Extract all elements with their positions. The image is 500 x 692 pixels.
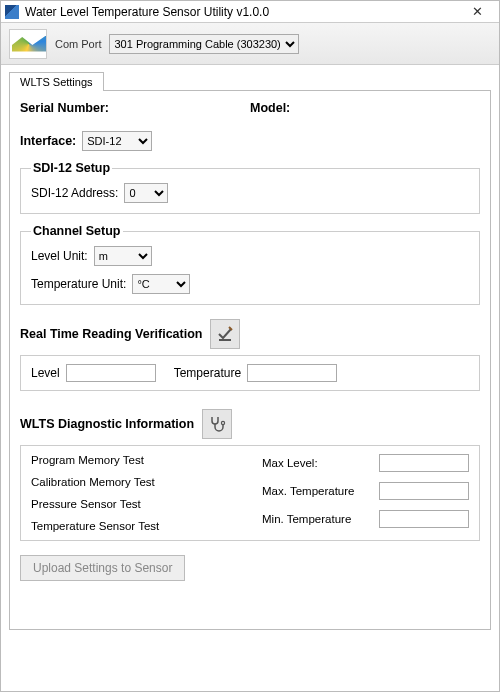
temperature-label: Temperature [174,366,241,380]
tab-wlts-settings[interactable]: WLTS Settings [9,72,104,91]
sdi12-setup-group: SDI-12 Setup SDI-12 Address: 0 [20,161,480,214]
diag-columns: Program Memory Test Calibration Memory T… [31,454,469,532]
sdi12-address-select[interactable]: 0 [124,183,168,203]
interface-label: Interface: [20,134,76,148]
serial-number-group: Serial Number: [20,101,250,115]
close-icon: ✕ [472,4,483,19]
diag-values-col: Max Level: Max. Temperature Min. Tempera… [262,454,469,532]
max-level-field [379,454,469,472]
model-group: Model: [250,101,480,115]
realtime-heading: Real Time Reading Verification [20,327,202,341]
pressure-sensor-test-label: Pressure Sensor Test [31,498,238,510]
app-icon [5,5,19,19]
level-unit-select[interactable]: m [94,246,152,266]
com-port-label: Com Port [55,38,101,50]
min-temp-field [379,510,469,528]
svg-point-0 [221,421,224,424]
sdi12-legend: SDI-12 Setup [31,161,112,175]
diag-heading-row: WLTS Diagnostic Information [20,409,480,439]
interface-row: Interface: SDI-12 [20,131,480,151]
upload-button-label: Upload Settings to Sensor [33,561,172,575]
realtime-heading-row: Real Time Reading Verification [20,319,480,349]
diag-heading: WLTS Diagnostic Information [20,417,194,431]
temp-unit-row: Temperature Unit: °C [31,274,469,294]
toolbar: Com Port 301 Programming Cable (303230) [1,23,499,65]
program-memory-test-label: Program Memory Test [31,454,238,466]
close-button[interactable]: ✕ [459,2,495,22]
min-temp-label: Min. Temperature [262,513,351,525]
diag-box: Program Memory Test Calibration Memory T… [20,445,480,541]
brand-logo-icon [9,29,47,59]
max-temp-label: Max. Temperature [262,485,354,497]
realtime-readings-box: Level Temperature [20,355,480,391]
model-label: Model: [250,101,290,115]
window-title: Water Level Temperature Sensor Utility v… [25,5,459,19]
channel-setup-group: Channel Setup Level Unit: m Temperature … [20,224,480,305]
body: WLTS Settings Serial Number: Model: Inte… [1,65,499,691]
level-label: Level [31,366,60,380]
realtime-readings-row: Level Temperature [31,364,469,382]
max-level-label: Max Level: [262,457,318,469]
diag-tests-col: Program Memory Test Calibration Memory T… [31,454,238,532]
temperature-field [247,364,337,382]
level-unit-row: Level Unit: m [31,246,469,266]
channel-legend: Channel Setup [31,224,123,238]
sdi12-address-row: SDI-12 Address: 0 [31,183,469,203]
verify-button[interactable] [210,319,240,349]
app-window: Water Level Temperature Sensor Utility v… [0,0,500,692]
tabpanel-settings: Serial Number: Model: Interface: SDI-12 [9,90,491,630]
serial-number-label: Serial Number: [20,101,109,115]
temp-unit-label: Temperature Unit: [31,277,126,291]
temperature-sensor-test-label: Temperature Sensor Test [31,520,238,532]
level-unit-label: Level Unit: [31,249,88,263]
temp-unit-select[interactable]: °C [132,274,190,294]
titlebar: Water Level Temperature Sensor Utility v… [1,1,499,23]
max-temp-field [379,482,469,500]
diagnostics-button[interactable] [202,409,232,439]
device-header-row: Serial Number: Model: [20,101,480,115]
tab-label: WLTS Settings [20,76,93,88]
tabset: WLTS Settings Serial Number: Model: Inte… [9,71,491,630]
min-temp-row: Min. Temperature [262,510,469,528]
verify-check-icon [216,325,234,343]
stethoscope-icon [208,415,226,433]
sdi12-address-label: SDI-12 Address: [31,186,118,200]
upload-settings-button[interactable]: Upload Settings to Sensor [20,555,185,581]
com-port-select[interactable]: 301 Programming Cable (303230) [109,34,299,54]
interface-select[interactable]: SDI-12 [82,131,152,151]
level-field [66,364,156,382]
max-level-row: Max Level: [262,454,469,472]
calibration-memory-test-label: Calibration Memory Test [31,476,238,488]
max-temp-row: Max. Temperature [262,482,469,500]
